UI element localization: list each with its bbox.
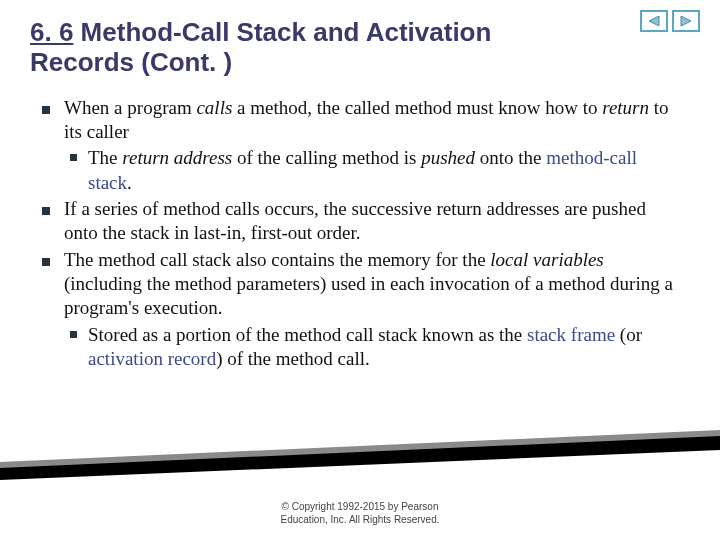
text-run: (including the method parameters) used i… — [64, 273, 673, 318]
prev-slide-button[interactable] — [640, 10, 668, 32]
svg-marker-3 — [0, 436, 720, 480]
text-run: The method call stack also contains the … — [64, 249, 490, 270]
slide-content: When a program calls a method, the calle… — [30, 96, 690, 371]
slide: 6. 6 Method-Call Stack and Activation Re… — [0, 0, 720, 540]
text-run: activation record — [88, 348, 216, 369]
text-run: Stored as a portion of the method call s… — [88, 324, 527, 345]
text-run: ) of the method call. — [216, 348, 370, 369]
sub-list-item: The return address of the calling method… — [64, 146, 680, 195]
text-run: If a series of method calls occurs, the … — [64, 198, 646, 243]
list-item: When a program calls a method, the calle… — [36, 96, 680, 195]
section-number: 6. 6 — [30, 17, 73, 47]
text-run: calls — [196, 97, 232, 118]
text-run: onto the — [475, 147, 546, 168]
triangle-right-icon — [679, 15, 693, 27]
text-run: pushed — [421, 147, 475, 168]
bullet-list: When a program calls a method, the calle… — [36, 96, 680, 371]
list-item: The method call stack also contains the … — [36, 248, 680, 372]
text-run: a method, the called method must know ho… — [232, 97, 602, 118]
next-slide-button[interactable] — [672, 10, 700, 32]
triangle-left-icon — [647, 15, 661, 27]
text-run: local variables — [490, 249, 603, 270]
copyright-footer: © Copyright 1992-2015 by Pearson Educati… — [0, 501, 720, 526]
text-run: (or — [615, 324, 642, 345]
sub-list: The return address of the calling method… — [64, 146, 680, 195]
sub-list: Stored as a portion of the method call s… — [64, 323, 680, 372]
text-run: return — [602, 97, 649, 118]
text-run: stack frame — [527, 324, 615, 345]
text-run: of the calling method is — [232, 147, 421, 168]
text-run: . — [127, 172, 132, 193]
decorative-wedge — [0, 410, 720, 480]
svg-marker-0 — [649, 16, 659, 26]
svg-marker-2 — [0, 430, 720, 470]
text-run: When a program — [64, 97, 196, 118]
title-text: Method-Call Stack and Activation Records… — [30, 17, 491, 77]
slide-title: 6. 6 Method-Call Stack and Activation Re… — [30, 18, 590, 78]
footer-line-1: © Copyright 1992-2015 by Pearson — [0, 501, 720, 514]
svg-marker-1 — [681, 16, 691, 26]
footer-line-2: Education, Inc. All Rights Reserved. — [0, 514, 720, 527]
list-item: If a series of method calls occurs, the … — [36, 197, 680, 246]
text-run: return address — [122, 147, 232, 168]
nav-arrows — [640, 10, 700, 32]
text-run: The — [88, 147, 122, 168]
sub-list-item: Stored as a portion of the method call s… — [64, 323, 680, 372]
